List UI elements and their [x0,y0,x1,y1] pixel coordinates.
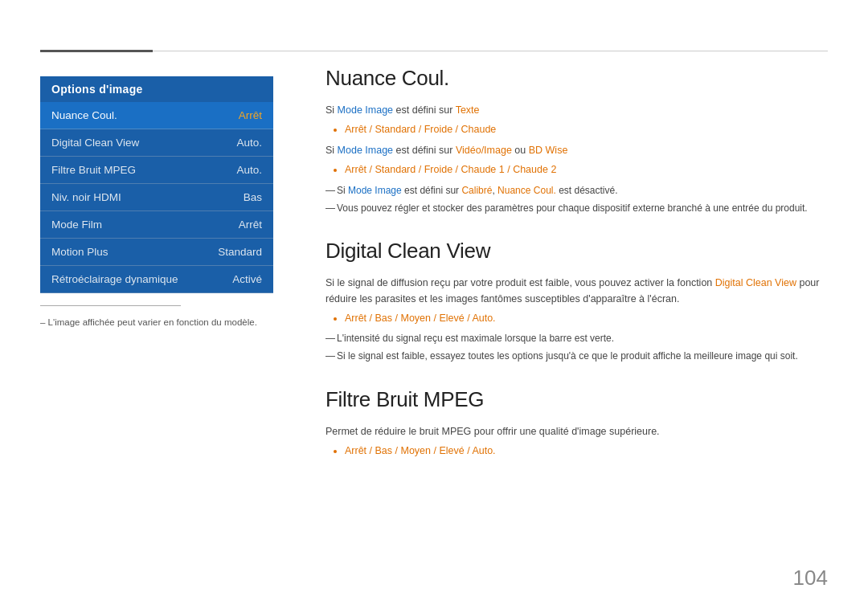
dcv-line-1: Si le signal de diffusion reçu par votre… [326,275,828,307]
nuance-bullet-1: Arrêt / Standard / Froide / Chaude [345,121,828,138]
nuance-note-1: Si Mode Image est défini sur Calibré, Nu… [326,183,828,198]
bd-wise-ref: BD Wise [529,145,568,156]
sidebar-title: Options d'image [40,76,273,102]
sidebar-item-mode-film[interactable]: Mode Film Arrêt [40,211,273,239]
section-title-fbm: Filtre Bruit MPEG [326,387,828,412]
fbm-line-1: Permet de réduire le bruit MPEG pour off… [326,423,828,439]
texte-ref: Texte [456,104,480,116]
sidebar-item-label: Digital Clean View [51,137,139,149]
sidebar-item-motion-plus[interactable]: Motion Plus Standard [40,239,273,266]
section-title-nuance-coul: Nuance Coul. [326,66,828,91]
sidebar-item-label: Niv. noir HDMI [51,191,121,203]
sidebar-item-value: Arrêt [239,219,262,231]
dcv-bullet-item-1: Arrêt / Bas / Moyen / Elevé / Auto. [345,310,828,327]
sidebar: Options d'image Nuance Coul. Arrêt Digit… [40,76,273,293]
top-line-light [153,51,828,51]
nuance-bullet-item-2: Arrêt / Standard / Froide / Chaude 1 / C… [345,161,828,178]
sidebar-item-nuance-coul[interactable]: Nuance Coul. Arrêt [40,102,273,129]
sidebar-item-label: Nuance Coul. [51,109,117,121]
section-title-dcv: Digital Clean View [326,239,828,264]
sidebar-item-label: Rétroéclairage dynamique [51,273,178,285]
dcv-note-1: L'intensité du signal reçu est maximale … [326,331,828,346]
mode-image-ref2: Mode Image [338,145,393,156]
sidebar-item-label: Mode Film [51,219,102,231]
top-decorative-lines [40,50,828,52]
sidebar-note: – L'image affichée peut varier en foncti… [40,317,257,327]
page-number: 104 [793,566,828,591]
section-nuance-coul: Nuance Coul. Si Mode Image est défini su… [326,66,828,216]
sidebar-item-value: Activé [232,273,262,285]
sidebar-item-value: Arrêt [239,109,262,121]
section-digital-clean-view: Digital Clean View Si le signal de diffu… [326,239,828,365]
sidebar-divider [40,305,181,306]
dcv-ref: Digital Clean View [715,277,796,288]
video-image-ref: Vidéo/Image [456,145,512,156]
sidebar-item-value: Auto. [236,137,262,149]
nuance-bullet-item-1: Arrêt / Standard / Froide / Chaude [345,121,828,138]
sidebar-item-filtre-bruit-mpeg[interactable]: Filtre Bruit MPEG Auto. [40,157,273,184]
sidebar-item-value: Bas [244,191,262,203]
nuance-line-2: Si Mode Image est défini sur Vidéo/Image… [326,142,828,158]
sidebar-item-niv-noir-hdmi[interactable]: Niv. noir HDMI Bas [40,184,273,211]
sidebar-item-digital-clean-view[interactable]: Digital Clean View Auto. [40,129,273,157]
main-content: Nuance Coul. Si Mode Image est défini su… [326,66,828,482]
top-line-dark [40,50,153,52]
nuance-note-2: Vous pouvez régler et stocker des paramè… [326,201,828,216]
sidebar-item-retroeclairage[interactable]: Rétroéclairage dynamique Activé [40,266,273,293]
mode-image-ref: Mode Image [338,104,393,116]
nuance-bullet-2: Arrêt / Standard / Froide / Chaude 1 / C… [345,161,828,178]
sidebar-item-value: Auto. [236,164,262,176]
dcv-note-2: Si le signal est faible, essayez toutes … [326,349,828,364]
fbm-bullet-item-1: Arrêt / Bas / Moyen / Elevé / Auto. [345,443,828,460]
nuance-line-1: Si Mode Image est défini sur Texte [326,102,828,118]
sidebar-item-label: Motion Plus [51,246,108,258]
sidebar-item-label: Filtre Bruit MPEG [51,164,136,176]
dcv-bullet-1: Arrêt / Bas / Moyen / Elevé / Auto. [345,310,828,327]
section-filtre-bruit-mpeg: Filtre Bruit MPEG Permet de réduire le b… [326,387,828,460]
sidebar-item-value: Standard [218,246,262,258]
fbm-bullet-1: Arrêt / Bas / Moyen / Elevé / Auto. [345,443,828,460]
